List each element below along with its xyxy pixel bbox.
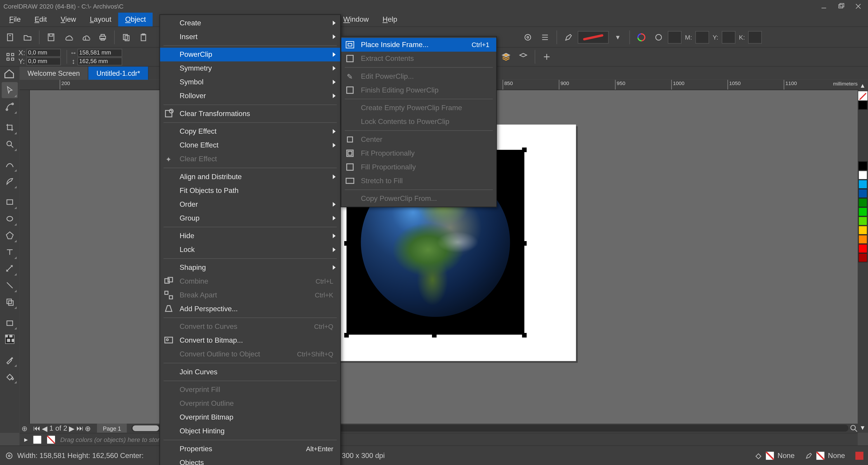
menu-file[interactable]: File (2, 13, 28, 26)
mi-place-inside-frame[interactable]: Place Inside Frame...Ctrl+1 (341, 38, 496, 52)
mi-hide[interactable]: Hide (160, 229, 340, 243)
page-add-button[interactable]: ⊕ (85, 424, 91, 432)
tab-welcome[interactable]: Welcome Screen (20, 66, 88, 80)
options-button[interactable] (520, 29, 536, 45)
eyedropper-tool[interactable] (2, 352, 18, 368)
layers-icon[interactable] (498, 49, 514, 65)
color-swatch[interactable] (858, 161, 868, 171)
mi-rollover[interactable]: Rollover (160, 89, 340, 103)
color-wheel-icon[interactable] (633, 29, 649, 45)
rectangle-tool[interactable] (2, 194, 18, 210)
pick-tool[interactable] (2, 82, 18, 98)
width-field[interactable] (78, 49, 122, 57)
outline-dropdown[interactable]: ▾ (610, 29, 626, 45)
selection-handle[interactable] (344, 241, 349, 245)
copy-button[interactable] (118, 29, 134, 45)
zoom-tool[interactable] (2, 136, 18, 152)
mi-properties[interactable]: PropertiesAlt+Enter (160, 442, 340, 456)
cmyk-k-field[interactable] (748, 31, 762, 43)
mi-align[interactable]: Align and Distribute (160, 170, 340, 184)
mi-powerclip[interactable]: PowerClip (160, 48, 340, 61)
color-swatch[interactable] (858, 180, 868, 189)
menu-layout[interactable]: Layout (83, 13, 118, 26)
scroll-thumb[interactable] (132, 426, 159, 431)
mi-insert[interactable]: Insert (160, 30, 340, 43)
cmyk-c-field[interactable] (668, 31, 682, 43)
mi-lock[interactable]: Lock (160, 243, 340, 257)
x-field[interactable] (26, 49, 61, 57)
transparency-tool[interactable] (2, 315, 18, 331)
proof-color-icon[interactable] (855, 452, 864, 460)
menu-help[interactable]: Help (376, 13, 404, 26)
page-first-button[interactable]: ⏮ (33, 424, 40, 432)
y-field[interactable] (26, 57, 61, 65)
mi-clear-transformations[interactable]: Clear Transformations (160, 107, 340, 120)
menu-edit[interactable]: Edit (28, 13, 54, 26)
page-tab[interactable]: Page 1 (97, 424, 127, 433)
mi-group[interactable]: Group (160, 211, 340, 225)
home-tab-icon[interactable] (3, 68, 15, 79)
mi-order[interactable]: Order (160, 198, 340, 211)
gear-icon[interactable] (4, 451, 14, 461)
mi-symmetry[interactable]: Symmetry (160, 61, 340, 75)
outline-preview[interactable] (578, 31, 609, 43)
minimize-button[interactable] (816, 1, 831, 11)
height-field[interactable] (78, 57, 122, 65)
color-swatch[interactable] (858, 235, 868, 244)
fill-tool[interactable] (2, 369, 18, 384)
mi-symbol[interactable]: Symbol (160, 75, 340, 89)
fill-bucket-icon[interactable] (754, 452, 763, 460)
color-swatch[interactable] (858, 226, 868, 235)
no-color-swatch[interactable] (858, 91, 868, 100)
palette-up-button[interactable]: ▴ (861, 81, 865, 90)
menu-window[interactable]: Window (336, 13, 376, 26)
print-button[interactable] (95, 29, 111, 45)
palette-down-button[interactable]: ▾ (861, 423, 865, 432)
mi-overprint-bitmap[interactable]: Overprint Bitmap (160, 410, 340, 424)
ellipse-tool[interactable] (2, 210, 18, 227)
color-swatch[interactable] (858, 244, 868, 253)
mi-clone-effect[interactable]: Clone Effect (160, 138, 340, 152)
outline-none-swatch[interactable] (816, 452, 825, 460)
cloud-open-button[interactable] (60, 29, 76, 45)
navigator-icon[interactable] (848, 424, 859, 432)
paste-button[interactable] (135, 29, 151, 45)
selection-handle[interactable] (432, 333, 436, 338)
vertical-ruler[interactable] (20, 90, 30, 424)
layers2-icon[interactable] (515, 49, 531, 65)
color-swatch[interactable] (858, 198, 868, 207)
polygon-tool[interactable] (2, 227, 18, 243)
crop-tool[interactable] (2, 119, 18, 136)
close-button[interactable] (851, 1, 866, 11)
mi-convert-bitmap[interactable]: Convert to Bitmap... (160, 333, 340, 347)
color-swatch[interactable] (858, 207, 868, 216)
cmyk-m-field[interactable] (695, 31, 709, 43)
selection-handle[interactable] (522, 241, 527, 245)
effects-tool[interactable] (2, 294, 18, 310)
options2-button[interactable] (537, 29, 553, 45)
mi-fit-path[interactable]: Fit Objects to Path (160, 184, 340, 198)
checker-icon[interactable] (2, 331, 18, 347)
color-swatch[interactable] (858, 100, 868, 110)
selection-handle[interactable] (344, 333, 349, 338)
mi-shaping[interactable]: Shaping (160, 261, 340, 274)
page-next-button[interactable]: ▶ (68, 424, 75, 432)
page-prev-button[interactable]: ◀ (41, 424, 48, 432)
color-swatch[interactable] (858, 189, 868, 198)
connector-tool[interactable] (2, 277, 18, 293)
pen-icon[interactable] (561, 29, 577, 45)
save-button[interactable] (43, 29, 59, 45)
add-button[interactable] (539, 49, 555, 65)
document-color-tray[interactable]: ▸ Drag colors (or objects) here to store… (20, 433, 858, 445)
freehand-tool[interactable] (2, 157, 18, 173)
fill-none-swatch[interactable] (766, 452, 774, 460)
menu-view[interactable]: View (54, 13, 83, 26)
mi-join-curves[interactable]: Join Curves (160, 365, 340, 379)
parallel-dim-tool[interactable] (2, 261, 18, 277)
eyedrop2-icon[interactable] (651, 29, 666, 45)
menu-object[interactable]: Object (118, 13, 153, 26)
mi-objects[interactable]: Objects (160, 456, 340, 465)
mi-object-hinting[interactable]: Object Hinting (160, 424, 340, 438)
color-swatch[interactable] (858, 171, 868, 180)
page-last-button[interactable]: ⏭ (76, 424, 83, 432)
